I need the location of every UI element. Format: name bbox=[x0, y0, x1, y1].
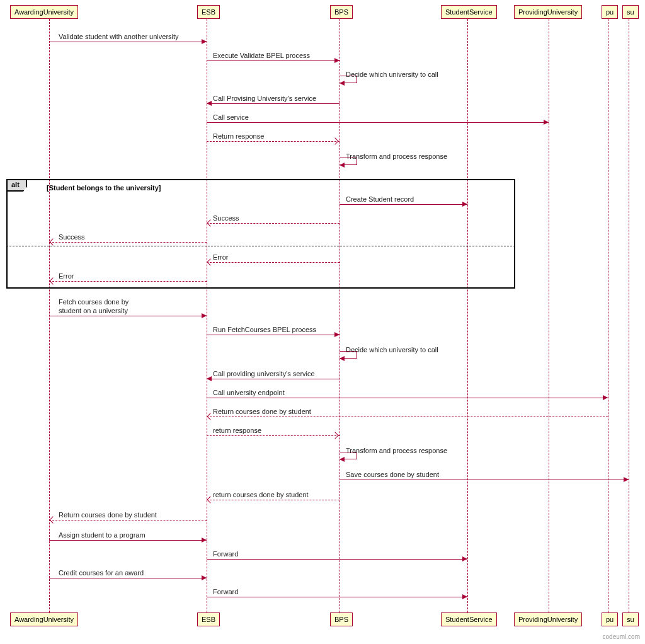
participant-bps-bottom: BPS bbox=[330, 612, 353, 626]
participant-esb-top: ESB bbox=[197, 5, 220, 19]
msg-credit-courses: Credit courses for an award bbox=[59, 569, 144, 577]
msg-forward-2: Forward bbox=[213, 588, 238, 595]
participant-pu-bottom: pu bbox=[602, 612, 618, 626]
msg-call-providing-service-2: Call providing university's service bbox=[213, 370, 315, 377]
msg-call-service: Call service bbox=[213, 113, 249, 121]
msg-success-2: Success bbox=[59, 233, 85, 241]
msg-success-1: Success bbox=[213, 214, 239, 222]
lifeline-bps bbox=[340, 19, 340, 612]
lifeline-providinguniversity bbox=[549, 19, 549, 612]
lifeline-esb bbox=[207, 19, 207, 612]
msg-return-courses-2: return courses done by student bbox=[213, 491, 309, 498]
participant-studentservice-top: StudentService bbox=[441, 5, 497, 19]
lifeline-studentservice bbox=[467, 19, 468, 612]
msg-transform-2: Transform and process response bbox=[346, 447, 447, 454]
participant-su-top: su bbox=[622, 5, 639, 19]
participant-providinguniversity-top: ProvidingUniversity bbox=[514, 5, 582, 19]
msg-execute-validate: Execute Validate BPEL process bbox=[213, 52, 310, 59]
msg-return-response-1: Return response bbox=[213, 132, 264, 140]
participant-su-bottom: su bbox=[622, 612, 639, 626]
participant-awardinguniversity-top: AwardingUniversity bbox=[10, 5, 78, 19]
msg-error-2: Error bbox=[59, 272, 74, 280]
msg-create-student: Create Student record bbox=[346, 195, 414, 203]
participant-providinguniversity-bottom: ProvidingUniversity bbox=[514, 612, 582, 626]
msg-fetch-courses-l2: student on a university bbox=[59, 307, 128, 314]
msg-validate-student: Validate student with another university bbox=[59, 33, 179, 40]
msg-assign-program: Assign student to a program bbox=[59, 531, 146, 539]
msg-return-courses-1: Return courses done by student bbox=[213, 408, 311, 415]
participant-studentservice-bottom: StudentService bbox=[441, 612, 497, 626]
msg-call-endpoint: Call university endpoint bbox=[213, 389, 285, 396]
msg-decide-university-2: Decide which university to call bbox=[346, 346, 438, 354]
participant-bps-top: BPS bbox=[330, 5, 353, 19]
msg-save-courses: Save courses done by student bbox=[346, 471, 439, 478]
participant-esb-bottom: ESB bbox=[197, 612, 220, 626]
msg-run-fetchcourses: Run FetchCourses BPEL process bbox=[213, 326, 316, 333]
participant-awardinguniversity-bottom: AwardingUniversity bbox=[10, 612, 78, 626]
msg-return-response-2: return response bbox=[213, 427, 261, 434]
watermark: codeuml.com bbox=[603, 633, 640, 640]
lifeline-pu bbox=[608, 19, 608, 612]
msg-error-1: Error bbox=[213, 253, 228, 261]
msg-call-providing-service-1: Call Provising University's service bbox=[213, 95, 316, 102]
msg-return-courses-3: Return courses done by student bbox=[59, 511, 157, 519]
participant-pu-top: pu bbox=[602, 5, 618, 19]
msg-fetch-courses-l1: Fetch courses done by bbox=[59, 298, 128, 306]
msg-decide-university-1: Decide which university to call bbox=[346, 71, 438, 78]
msg-transform-1: Transform and process response bbox=[346, 152, 447, 160]
alt-divider bbox=[6, 246, 515, 246]
msg-forward-1: Forward bbox=[213, 550, 238, 558]
lifeline-su bbox=[629, 19, 629, 612]
